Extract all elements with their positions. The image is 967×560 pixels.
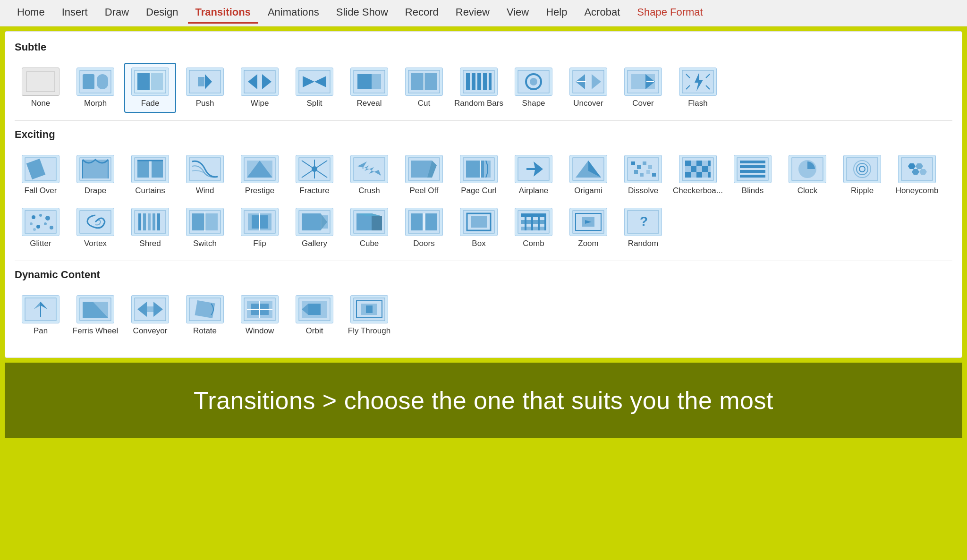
prestige-label: Prestige: [245, 186, 274, 195]
menu-draw[interactable]: Draw: [97, 2, 136, 24]
transition-randombars[interactable]: Random Bars: [453, 63, 505, 113]
transition-ferriswheel[interactable]: Ferris Wheel: [69, 290, 121, 340]
prestige-icon: [241, 155, 279, 183]
transition-cover[interactable]: Cover: [617, 63, 669, 113]
menu-design[interactable]: Design: [138, 2, 186, 24]
transition-curtains[interactable]: Curtains: [124, 150, 176, 200]
menu-home[interactable]: Home: [9, 2, 52, 24]
pagecurl-label: Page Curl: [461, 186, 497, 195]
transition-wipe[interactable]: Wipe: [234, 63, 286, 113]
transition-flythrough[interactable]: Fly Through: [343, 290, 395, 340]
transition-window[interactable]: Window: [234, 290, 286, 340]
svg-rect-103: [702, 172, 708, 178]
transition-wind[interactable]: Wind: [179, 150, 231, 200]
uncover-label: Uncover: [573, 99, 603, 108]
flythrough-icon: [350, 295, 388, 323]
menu-shapeformat[interactable]: Shape Format: [629, 2, 710, 24]
transition-comb[interactable]: Comb: [508, 203, 560, 253]
svg-rect-98: [702, 161, 708, 166]
transition-doors[interactable]: Doors: [398, 203, 450, 253]
svg-rect-52: [152, 161, 163, 178]
cube-icon: [350, 208, 388, 236]
transition-pan[interactable]: Pan: [15, 290, 67, 340]
transition-box[interactable]: Box: [453, 203, 505, 253]
transition-cube[interactable]: Cube: [343, 203, 395, 253]
svg-rect-89: [685, 161, 691, 166]
transition-origami[interactable]: Origami: [562, 150, 614, 200]
transition-shred[interactable]: Shred: [124, 203, 176, 253]
transition-uncover[interactable]: Uncover: [562, 63, 614, 113]
transition-orbit[interactable]: Orbit: [288, 290, 340, 340]
transition-morph[interactable]: Morph: [69, 63, 121, 113]
curtains-label: Curtains: [135, 186, 165, 195]
svg-rect-95: [696, 172, 702, 178]
transition-airplane[interactable]: Airplane: [508, 150, 560, 200]
switch-icon: [186, 208, 224, 236]
svg-point-124: [30, 222, 33, 225]
transition-split[interactable]: Split: [288, 63, 340, 113]
svg-rect-91: [708, 161, 711, 166]
menu-help[interactable]: Help: [538, 2, 575, 24]
orbit-label: Orbit: [306, 326, 323, 336]
menu-review[interactable]: Review: [448, 2, 497, 24]
svg-rect-93: [702, 166, 708, 172]
transition-vortex[interactable]: Vortex: [69, 203, 121, 253]
flythrough-label: Fly Through: [348, 326, 390, 336]
transition-cut[interactable]: Cut: [398, 63, 450, 113]
flash-icon: [679, 68, 717, 96]
transition-blinds[interactable]: Blinds: [727, 150, 779, 200]
blinds-label: Blinds: [742, 186, 763, 195]
transition-shape[interactable]: Shape: [508, 63, 560, 113]
subtle-divider: [15, 120, 952, 121]
svg-rect-90: [696, 161, 702, 166]
transition-ripple[interactable]: Ripple: [836, 150, 888, 200]
push-icon: [186, 68, 224, 96]
transition-drape[interactable]: Drape: [69, 150, 121, 200]
transition-prestige[interactable]: Prestige: [234, 150, 286, 200]
random-label: Random: [628, 239, 658, 248]
svg-text:?: ?: [640, 214, 648, 229]
transition-reveal[interactable]: Reveal: [343, 63, 395, 113]
menu-record[interactable]: Record: [398, 2, 446, 24]
transition-flip[interactable]: Flip: [234, 203, 286, 253]
transition-switch[interactable]: Switch: [179, 203, 231, 253]
svg-rect-83: [648, 165, 652, 169]
transition-checkerboard[interactable]: Checkerboa...: [672, 150, 724, 200]
transition-gallery[interactable]: Gallery: [288, 203, 340, 253]
transition-peeloff[interactable]: Peel Off: [398, 150, 450, 200]
menu-view[interactable]: View: [499, 2, 536, 24]
transition-dissolve[interactable]: Dissolve: [617, 150, 669, 200]
menu-transitions[interactable]: Transitions: [188, 2, 258, 24]
menu-acrobat[interactable]: Acrobat: [577, 2, 628, 24]
transition-crush[interactable]: Crush: [343, 150, 395, 200]
subtle-grid: None Morph Fade: [15, 63, 952, 113]
svg-rect-81: [637, 165, 641, 169]
transition-honeycomb[interactable]: Honeycomb: [891, 150, 943, 200]
transition-rotate[interactable]: Rotate: [179, 290, 231, 340]
shape-label: Shape: [522, 99, 545, 108]
menu-slideshow[interactable]: Slide Show: [329, 2, 396, 24]
transition-clock[interactable]: Clock: [781, 150, 833, 200]
transition-random[interactable]: ? Random: [617, 203, 669, 253]
menu-insert[interactable]: Insert: [54, 2, 95, 24]
svg-rect-86: [646, 170, 650, 174]
transition-conveyor[interactable]: Conveyor: [124, 290, 176, 340]
transition-none[interactable]: None: [15, 63, 67, 113]
transition-fracture[interactable]: Fracture: [288, 150, 340, 200]
transition-glitter[interactable]: Glitter: [15, 203, 67, 253]
doors-icon: [405, 208, 443, 236]
svg-point-122: [39, 214, 42, 217]
transition-pagecurl[interactable]: Page Curl: [453, 150, 505, 200]
transition-fade[interactable]: Fade: [124, 63, 176, 113]
menu-animations[interactable]: Animations: [260, 2, 327, 24]
dynamic-grid: Pan Ferris Wheel Conveyor: [15, 290, 952, 340]
transition-zoom[interactable]: Zoom: [562, 203, 614, 253]
transition-fallover[interactable]: Fall Over: [15, 150, 67, 200]
transition-push[interactable]: Push: [179, 63, 231, 113]
vortex-icon: [76, 208, 114, 236]
ferriswheel-label: Ferris Wheel: [73, 326, 118, 336]
transition-flash[interactable]: Flash: [672, 63, 724, 113]
svg-point-126: [44, 222, 47, 225]
curtains-icon: [131, 155, 169, 183]
honeycomb-label: Honeycomb: [896, 186, 939, 195]
